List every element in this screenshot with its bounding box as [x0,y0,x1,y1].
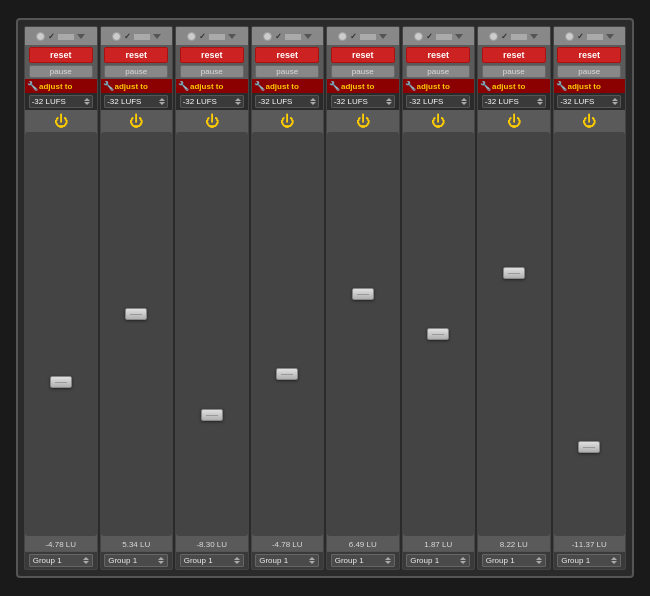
group-select[interactable]: Group 1 [331,554,395,567]
lufs-arrows[interactable] [612,98,618,105]
group-arrows[interactable] [83,557,89,564]
lufs-arrow-down-icon[interactable] [386,102,392,105]
group-arrows[interactable] [536,557,542,564]
pause-button[interactable]: pause [557,65,621,78]
group-arrow-up-icon[interactable] [309,557,315,560]
lufs-arrows[interactable] [537,98,543,105]
fader-track[interactable] [101,132,173,536]
group-arrow-down-icon[interactable] [83,561,89,564]
pause-button[interactable]: pause [255,65,319,78]
group-selector-row[interactable]: Group 1 [554,551,626,569]
lufs-select[interactable]: -32 LUFS [29,95,93,108]
reset-button[interactable]: reset [482,47,546,63]
group-selector-row[interactable]: Group 1 [327,551,399,569]
lufs-selector-row[interactable]: -32 LUFS [327,93,399,110]
group-select[interactable]: Group 1 [482,554,546,567]
fader-handle[interactable] [427,328,449,340]
lufs-arrow-up-icon[interactable] [159,98,165,101]
lufs-arrow-up-icon[interactable] [537,98,543,101]
fader-handle[interactable] [352,288,374,300]
lufs-arrow-up-icon[interactable] [310,98,316,101]
group-arrow-up-icon[interactable] [460,557,466,560]
lufs-select[interactable]: -32 LUFS [331,95,395,108]
group-arrows[interactable] [234,557,240,564]
dropdown-arrow-icon[interactable] [228,34,236,39]
lufs-select[interactable]: -32 LUFS [104,95,168,108]
group-arrow-up-icon[interactable] [536,557,542,560]
lufs-arrows[interactable] [461,98,467,105]
power-button[interactable]: ⏻ [507,114,521,128]
pause-button[interactable]: pause [29,65,93,78]
lufs-arrows[interactable] [310,98,316,105]
pause-button[interactable]: pause [406,65,470,78]
lufs-arrow-up-icon[interactable] [386,98,392,101]
group-arrows[interactable] [460,557,466,564]
lufs-selector-row[interactable]: -32 LUFS [554,93,626,110]
lufs-arrow-down-icon[interactable] [84,102,90,105]
lufs-arrows[interactable] [386,98,392,105]
group-arrows[interactable] [385,557,391,564]
fader-track[interactable] [327,132,399,536]
lufs-arrow-up-icon[interactable] [612,98,618,101]
group-arrow-up-icon[interactable] [385,557,391,560]
fader-handle[interactable] [503,267,525,279]
fader-track[interactable] [176,132,248,536]
fader-handle[interactable] [125,308,147,320]
power-button[interactable]: ⏻ [582,114,596,128]
lufs-arrow-down-icon[interactable] [612,102,618,105]
power-button[interactable]: ⏻ [205,114,219,128]
group-arrow-down-icon[interactable] [234,561,240,564]
fader-track[interactable] [478,132,550,536]
reset-button[interactable]: reset [29,47,93,63]
dropdown-arrow-icon[interactable] [77,34,85,39]
group-arrow-down-icon[interactable] [460,561,466,564]
pause-button[interactable]: pause [104,65,168,78]
lufs-arrows[interactable] [84,98,90,105]
group-selector-row[interactable]: Group 1 [252,551,324,569]
fader-handle[interactable] [201,409,223,421]
pause-button[interactable]: pause [180,65,244,78]
lufs-selector-row[interactable]: -32 LUFS [101,93,173,110]
lufs-selector-row[interactable]: -32 LUFS [25,93,97,110]
fader-track[interactable] [554,132,626,536]
fader-track[interactable] [403,132,475,536]
reset-button[interactable]: reset [180,47,244,63]
pause-button[interactable]: pause [331,65,395,78]
lufs-select[interactable]: -32 LUFS [406,95,470,108]
power-button[interactable]: ⏻ [54,114,68,128]
lufs-select[interactable]: -32 LUFS [180,95,244,108]
group-select[interactable]: Group 1 [255,554,319,567]
dropdown-arrow-icon[interactable] [530,34,538,39]
group-arrow-up-icon[interactable] [83,557,89,560]
dropdown-arrow-icon[interactable] [455,34,463,39]
group-arrow-up-icon[interactable] [611,557,617,560]
group-selector-row[interactable]: Group 1 [176,551,248,569]
group-select[interactable]: Group 1 [104,554,168,567]
lufs-arrows[interactable] [235,98,241,105]
lufs-arrow-up-icon[interactable] [235,98,241,101]
lufs-arrow-down-icon[interactable] [159,102,165,105]
group-arrow-down-icon[interactable] [611,561,617,564]
lufs-selector-row[interactable]: -32 LUFS [252,93,324,110]
fader-handle[interactable] [276,368,298,380]
lufs-arrow-down-icon[interactable] [310,102,316,105]
fader-track[interactable] [252,132,324,536]
group-selector-row[interactable]: Group 1 [403,551,475,569]
dropdown-arrow-icon[interactable] [153,34,161,39]
group-select[interactable]: Group 1 [557,554,621,567]
group-arrow-down-icon[interactable] [309,561,315,564]
group-arrows[interactable] [611,557,617,564]
power-button[interactable]: ⏻ [356,114,370,128]
lufs-arrow-down-icon[interactable] [537,102,543,105]
dropdown-arrow-icon[interactable] [379,34,387,39]
group-select[interactable]: Group 1 [180,554,244,567]
group-select[interactable]: Group 1 [406,554,470,567]
lufs-selector-row[interactable]: -32 LUFS [176,93,248,110]
reset-button[interactable]: reset [255,47,319,63]
dropdown-arrow-icon[interactable] [606,34,614,39]
group-selector-row[interactable]: Group 1 [478,551,550,569]
lufs-select[interactable]: -32 LUFS [255,95,319,108]
reset-button[interactable]: reset [331,47,395,63]
lufs-arrow-down-icon[interactable] [461,102,467,105]
reset-button[interactable]: reset [406,47,470,63]
